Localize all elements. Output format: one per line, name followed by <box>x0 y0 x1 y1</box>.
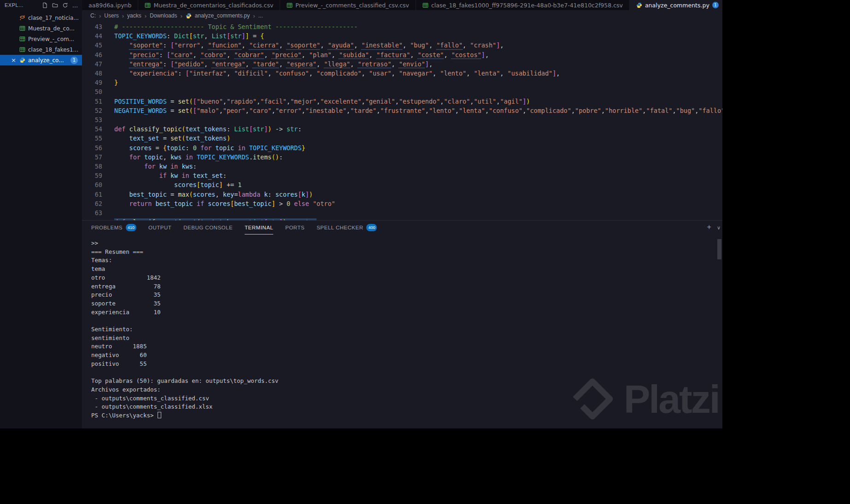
panel-tab-debug-console[interactable]: DEBUG CONSOLE <box>183 221 233 234</box>
code-line: 55 text_set = set(text_tokens) <box>82 134 722 143</box>
code-line: 50 <box>82 87 722 96</box>
file-label: analyze_co... <box>28 57 64 64</box>
code-text: TOPIC_KEYWORDS: Dict[str, List[str]] = { <box>102 31 264 41</box>
terminal-line: Archivos exportados: <box>91 386 722 394</box>
code-text: for kw in kws: <box>102 162 197 171</box>
explorer-file-item[interactable]: Preview_-_com... <box>0 34 82 44</box>
panel-tab-label: DEBUG CONSOLE <box>183 225 233 230</box>
code-text: for topic, kws in TOPIC_KEYWORDS.items()… <box>102 152 283 162</box>
chevron-down-icon[interactable]: ∨ <box>717 223 721 231</box>
code-line: 51POSITIVE_WORDS = set(["bueno","rapido"… <box>82 97 722 106</box>
code-text: "experiencia": ["interfaz", "dificil", "… <box>102 69 560 78</box>
code-line: 45 "soporte": ["error", "funcion", "cier… <box>82 41 722 50</box>
chevron-right-icon: › <box>253 12 255 19</box>
explorer-header: EXPL... … <box>0 0 82 10</box>
panel-tab-terminal[interactable]: TERMINAL <box>245 221 273 234</box>
code-area: 43# ---------------------- Topic & Senti… <box>82 22 722 220</box>
explorer-file-list: clase_17_noticia...Muestra_de_co...Previ… <box>0 12 82 65</box>
line-number: 62 <box>82 199 102 208</box>
close-icon[interactable]: × <box>11 57 16 64</box>
terminal-scrollbar[interactable] <box>717 239 721 259</box>
panel-tab-label: PROBLEMS <box>91 225 123 230</box>
code-line: 46 "precio": ["caro", "cobro", "cobrar",… <box>82 50 722 59</box>
code-line: 43# ---------------------- Topic & Senti… <box>82 22 722 31</box>
code-text: text_set = set(text_tokens) <box>102 134 230 143</box>
panel-tab-problems[interactable]: PROBLEMS410 <box>91 221 136 234</box>
file-label: clase_18_fakes1... <box>28 47 78 53</box>
line-number: 63 <box>82 208 102 217</box>
explorer-file-item[interactable]: clase_17_noticia... <box>0 12 82 23</box>
new-folder-icon[interactable] <box>52 2 58 8</box>
code-line: 60 scores[topic] += 1 <box>82 180 722 189</box>
terminal-output[interactable]: >>=== Resumen ===Temas:temaotro 1842entr… <box>82 234 722 420</box>
code-text: "soporte": ["error", "funcion", "cierra"… <box>102 41 504 50</box>
code-text: NEGATIVE_WORDS = set(["malo","peor","car… <box>102 106 722 115</box>
breadcrumb-item[interactable]: yacks <box>127 12 141 19</box>
editor-tab-bar: aa89d6a.ipynbMuestra_de_comentarios_clas… <box>82 0 722 10</box>
code-text: best_topic = max(scores, key=lambda k: s… <box>102 190 313 199</box>
breadcrumb-item[interactable]: Downloads <box>150 12 177 19</box>
terminal-line: Sentimiento: <box>91 325 722 334</box>
line-number: 47 <box>82 59 102 69</box>
editor-tab[interactable]: clase_18_fakes1000_ff975896-291e-48a0-b3… <box>416 0 630 10</box>
csv-icon <box>19 25 25 31</box>
terminal-line: PS C:\Users\yacks> <box>91 411 722 420</box>
file-label: Preview_-_com... <box>28 36 74 42</box>
explorer-file-item[interactable]: Muestra_de_co... <box>0 23 82 34</box>
tab-label: clase_18_fakes1000_ff975896-291e-48a0-b3… <box>431 2 623 9</box>
terminal-line: precio 35 <box>91 291 722 299</box>
terminal-line: - outputs\comments_classified.xlsx <box>91 403 722 411</box>
line-number: 56 <box>82 143 102 152</box>
explorer-file-item[interactable]: ×analyze_co...1 <box>0 55 82 65</box>
code-text: scores = {topic: 0 for topic in TOPIC_KE… <box>102 143 305 152</box>
code-text: scores[topic] += 1 <box>102 180 241 189</box>
code-text <box>102 208 118 217</box>
python-icon <box>186 13 192 19</box>
editor-tab[interactable]: analyze_comments.py1× <box>630 0 722 10</box>
terminal-line: positivo 55 <box>91 360 722 369</box>
panel-tab-spell-checker[interactable]: SPELL CHECKER400 <box>317 221 377 234</box>
line-number: 57 <box>82 152 102 162</box>
vscode-window: EXPL... … clase_17_noticia...Muestra_de_… <box>0 0 722 428</box>
tab-label: analyze_comments.py <box>645 2 709 9</box>
refresh-icon[interactable] <box>62 2 68 8</box>
code-editor[interactable]: 43# ---------------------- Topic & Senti… <box>82 21 722 220</box>
terminal-cursor <box>158 412 161 418</box>
breadcrumb-item[interactable]: Users <box>104 12 118 19</box>
python-icon <box>19 57 25 63</box>
plus-icon[interactable]: + <box>707 223 711 231</box>
new-file-icon[interactable] <box>42 2 48 8</box>
line-number: 54 <box>82 124 102 134</box>
panel-tab-badge: 400 <box>366 224 377 231</box>
file-label: clase_17_noticia... <box>28 15 79 21</box>
chevron-right-icon: › <box>145 12 147 19</box>
breadcrumb: C:›Users›yacks›Downloads›analyze_comment… <box>82 10 722 21</box>
terminal-line <box>91 316 722 325</box>
code-text: def classify_topic(text_tokens: List[str… <box>102 124 302 134</box>
panel-tab-label: TERMINAL <box>245 225 273 230</box>
terminal-line: >> <box>91 239 722 248</box>
explorer-file-item[interactable]: clase_18_fakes1... <box>0 44 82 55</box>
panel-tab-ports[interactable]: PORTS <box>285 221 305 234</box>
code-line: 56 scores = {topic: 0 for topic in TOPIC… <box>82 143 722 152</box>
more-icon[interactable]: … <box>72 2 79 8</box>
breadcrumb-item[interactable]: ... <box>258 12 263 19</box>
line-number: 46 <box>82 50 102 59</box>
terminal-line: entrega 78 <box>91 282 722 291</box>
line-number: 49 <box>82 78 102 87</box>
editor-tab[interactable]: Muestra_de_comentarios_clasificados.csv <box>138 0 280 10</box>
panel-tab-output[interactable]: OUTPUT <box>148 221 171 234</box>
breadcrumb-item[interactable]: C: <box>90 12 96 19</box>
editor-tab[interactable]: Preview_-_comments_classified_csv.csv <box>280 0 416 10</box>
terminal-line: neutro 1885 <box>91 342 722 351</box>
code-line: 58 for kw in kws: <box>82 162 722 171</box>
panel-tab-bar: PROBLEMS410OUTPUTDEBUG CONSOLETERMINALPO… <box>82 221 722 234</box>
csv-icon <box>19 47 25 53</box>
code-text: POSITIVE_WORDS = set(["bueno","rapido","… <box>102 97 530 106</box>
editor-tab[interactable]: aa89d6a.ipynb <box>82 0 138 10</box>
code-line: 52NEGATIVE_WORDS = set(["malo","peor","c… <box>82 106 722 115</box>
breadcrumb-item[interactable]: analyze_comments.py <box>195 12 250 19</box>
code-text <box>102 115 118 124</box>
notebook-icon <box>19 15 25 21</box>
line-number: 59 <box>82 171 102 180</box>
